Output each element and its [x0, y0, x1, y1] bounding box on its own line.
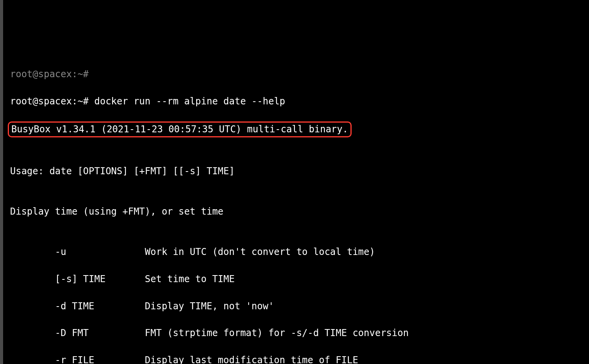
shell-prompt: root@spacex:~#	[10, 96, 94, 107]
option-line: -d TIME Display TIME, not 'now'	[10, 300, 582, 313]
usage-line: Usage: date [OPTIONS] [+FMT] [[-s] TIME]	[10, 165, 582, 178]
prev-prompt-line: root@spacex:~#	[10, 68, 582, 81]
command-line: root@spacex:~# docker run --rm alpine da…	[10, 95, 582, 108]
entered-command: docker run --rm alpine date --help	[94, 96, 285, 107]
busybox-highlight: BusyBox v1.34.1 (2021-11-23 00:57:35 UTC…	[8, 121, 352, 137]
option-line: -D FMT FMT (strptime format) for -s/-d T…	[10, 326, 582, 340]
description-line: Display time (using +FMT), or set time	[10, 205, 582, 218]
option-line: -r FILE Display last modification time o…	[10, 354, 582, 364]
busybox-version-line: BusyBox v1.34.1 (2021-11-23 00:57:35 UTC…	[10, 121, 582, 137]
option-line: -u Work in UTC (don't convert to local t…	[10, 245, 582, 259]
terminal-output[interactable]: root@spacex:~# root@spacex:~# docker run…	[3, 54, 589, 364]
option-line: [-s] TIME Set time to TIME	[10, 272, 582, 286]
